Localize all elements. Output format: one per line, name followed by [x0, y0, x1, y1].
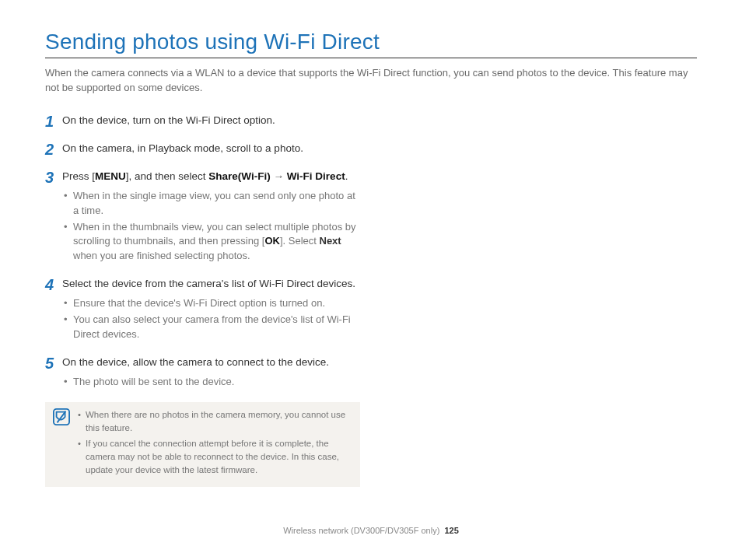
text-fragment: ], and then select — [126, 170, 209, 182]
text-fragment: ]. Select — [280, 235, 320, 247]
step-number: 1 — [45, 113, 62, 130]
step-body: On the device, turn on the Wi-Fi Direct … — [62, 113, 360, 128]
page-footer: Wireless network (DV300F/DV305F only) 12… — [0, 526, 742, 535]
next-label: Next — [320, 235, 341, 247]
step-3: 3 Press [MENU], and then select Share(Wi… — [45, 169, 360, 265]
manual-page: Sending photos using Wi-Fi Direct When t… — [0, 0, 742, 560]
step-2: 2 On the camera, in Playback mode, scrol… — [45, 141, 360, 158]
step-4-sublist: Ensure that the device's Wi-Fi Direct op… — [62, 296, 360, 342]
list-item: The photo will be sent to the device. — [73, 375, 360, 390]
list-item: You can also select your camera from the… — [73, 313, 360, 342]
wifi-direct-label: Wi-Fi Direct — [287, 170, 345, 182]
step-number: 5 — [45, 355, 62, 372]
note-item: If you cancel the connection attempt bef… — [78, 437, 352, 476]
note-box: When there are no photos in the camera m… — [45, 402, 360, 487]
ok-key-label: OK — [264, 235, 280, 247]
step-text: Select the device from the camera's list… — [62, 276, 360, 292]
menu-key-label: MENU — [95, 170, 126, 182]
footer-page-number: 125 — [444, 526, 458, 535]
step-number: 2 — [45, 141, 62, 158]
step-3-sublist: When in the single image view, you can s… — [62, 189, 360, 264]
step-text: Press [MENU], and then select Share(Wi-F… — [62, 169, 360, 184]
note-item: When there are no photos in the camera m… — [78, 408, 352, 434]
text-fragment: . — [345, 170, 348, 182]
intro-paragraph: When the camera connects via a WLAN to a… — [45, 66, 697, 96]
steps-column: 1 On the device, turn on the Wi-Fi Direc… — [45, 113, 360, 488]
step-1: 1 On the device, turn on the Wi-Fi Direc… — [45, 113, 360, 130]
step-text: On the camera, in Playback mode, scroll … — [62, 141, 360, 156]
note-icon — [53, 408, 70, 425]
step-5: 5 On the device, allow the camera to con… — [45, 355, 360, 391]
step-text: On the device, allow the camera to conne… — [62, 355, 360, 370]
step-text: On the device, turn on the Wi-Fi Direct … — [62, 113, 360, 128]
footer-section: Wireless network (DV300F/DV305F only) — [283, 526, 439, 535]
step-body: Select the device from the camera's list… — [62, 276, 360, 344]
arrow-icon: → — [271, 170, 287, 182]
note-list: When there are no photos in the camera m… — [78, 408, 352, 479]
step-body: On the device, allow the camera to conne… — [62, 355, 360, 391]
list-item: When in the single image view, you can s… — [73, 189, 360, 219]
step-body: Press [MENU], and then select Share(Wi-F… — [62, 169, 360, 265]
list-item: Ensure that the device's Wi-Fi Direct op… — [73, 296, 360, 311]
text-fragment: Press [ — [62, 170, 95, 182]
step-5-sublist: The photo will be sent to the device. — [62, 375, 360, 390]
step-body: On the camera, in Playback mode, scroll … — [62, 141, 360, 156]
step-number: 3 — [45, 169, 62, 186]
list-item: When in the thumbnails view, you can sel… — [73, 220, 360, 264]
share-wifi-label: Share(Wi-Fi) — [208, 170, 270, 182]
step-number: 4 — [45, 276, 62, 293]
text-fragment: when you are finished selecting photos. — [73, 250, 250, 261]
step-4: 4 Select the device from the camera's li… — [45, 276, 360, 344]
page-title: Sending photos using Wi-Fi Direct — [45, 30, 697, 58]
